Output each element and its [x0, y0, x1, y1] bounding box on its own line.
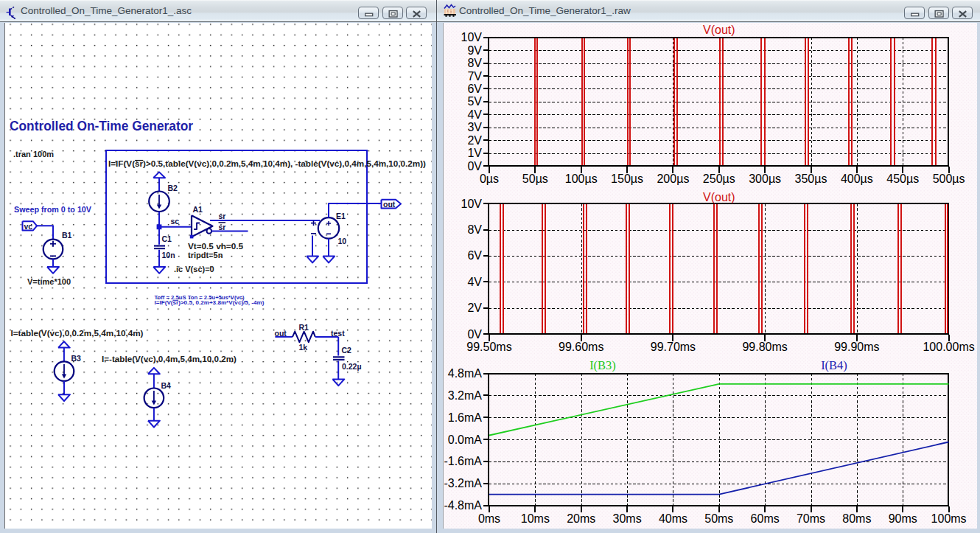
svg-text:C1: C1 — [162, 234, 172, 243]
svg-text:7V: 7V — [467, 70, 482, 83]
svg-text:1.6mA: 1.6mA — [448, 411, 483, 424]
svg-text:250µs: 250µs — [703, 173, 735, 185]
svg-text:500µs: 500µs — [933, 173, 965, 185]
svg-text:.tran 100m: .tran 100m — [13, 150, 54, 158]
svg-text:6V: 6V — [467, 249, 482, 262]
svg-text:5V: 5V — [467, 95, 482, 108]
svg-text:8V: 8V — [467, 57, 482, 69]
svg-text:1k: 1k — [299, 343, 308, 352]
svg-text:sr: sr — [219, 223, 226, 231]
svg-text:20ms: 20ms — [567, 512, 595, 525]
svg-text:sr: sr — [219, 212, 226, 220]
svg-text:3.2mA: 3.2mA — [448, 389, 483, 402]
svg-text:V(out): V(out) — [703, 191, 735, 203]
svg-text:-1.6mA: -1.6mA — [444, 455, 482, 467]
svg-text:out: out — [275, 329, 287, 338]
svg-text:A1: A1 — [193, 205, 203, 214]
svg-text:I(B4): I(B4) — [821, 358, 847, 372]
svg-text:50ms: 50ms — [704, 512, 733, 525]
svg-text:I(B3): I(B3) — [589, 358, 616, 372]
svg-text:450µs: 450µs — [886, 173, 919, 185]
svg-text:100.00ms: 100.00ms — [923, 341, 974, 353]
svg-text:B3: B3 — [71, 354, 82, 363]
svg-text:400µs: 400µs — [841, 173, 873, 185]
svg-text:sc: sc — [171, 217, 180, 226]
svg-text:vc: vc — [24, 222, 33, 231]
svg-text:I=-table(V(vc),0,4m,5,4m,10,0.: I=-table(V(vc),0,4m,5,4m,10,0.2m) — [102, 355, 237, 363]
svg-text:out: out — [383, 200, 396, 209]
svg-text:100µs: 100µs — [565, 173, 598, 185]
svg-text:4.8mA: 4.8mA — [448, 367, 483, 380]
svg-text:-3.2mA: -3.2mA — [444, 477, 482, 490]
svg-text:80ms: 80ms — [842, 512, 871, 525]
svg-text:99.90ms: 99.90ms — [834, 341, 879, 353]
svg-text:I=IF(V(sr)>0.5,table(V(vc),0,0: I=IF(V(sr)>0.5,table(V(vc),0,0.2m,5,4m,1… — [108, 159, 426, 168]
svg-text:60ms: 60ms — [751, 512, 780, 525]
svg-text:4V: 4V — [467, 276, 482, 288]
svg-text:40ms: 40ms — [659, 512, 687, 525]
svg-text:I=IF(V(sr)>0.5, 0.2m+3.8m*V(vc: I=IF(V(sr)>0.5, 0.2m+3.8m*V(vc)/5, -4m) — [155, 299, 265, 306]
svg-text:Vt=0.5 vh=0.5: Vt=0.5 vh=0.5 — [188, 242, 243, 251]
svg-text:0.0mA: 0.0mA — [448, 433, 483, 446]
svg-text:300µs: 300µs — [749, 173, 781, 185]
svg-text:R1: R1 — [299, 323, 309, 332]
svg-text:V(out): V(out) — [703, 24, 735, 36]
svg-text:150µs: 150µs — [611, 173, 643, 185]
svg-text:8V: 8V — [467, 223, 482, 236]
svg-text:2V: 2V — [467, 302, 482, 314]
svg-text:9V: 9V — [467, 44, 482, 57]
svg-text:0.22µ: 0.22µ — [342, 362, 362, 371]
svg-text:10n: 10n — [162, 251, 175, 259]
svg-text:I=table(V(vc),0,0.2m,5,4m,10,4: I=table(V(vc),0,0.2m,5,4m,10,4m) — [11, 329, 144, 338]
svg-text:90ms: 90ms — [889, 512, 917, 525]
svg-text:10V: 10V — [461, 31, 483, 43]
svg-text:99.80ms: 99.80ms — [742, 341, 787, 353]
svg-text:Controlled On-Time Generator: Controlled On-Time Generator — [10, 118, 193, 133]
svg-text:10V: 10V — [461, 198, 483, 210]
svg-text:B1: B1 — [62, 231, 72, 240]
svg-text:test: test — [331, 329, 345, 338]
svg-text:C2: C2 — [342, 346, 352, 355]
svg-text:3V: 3V — [467, 121, 482, 133]
svg-text:2V: 2V — [467, 134, 482, 147]
svg-text:70ms: 70ms — [797, 512, 825, 525]
svg-text:30ms: 30ms — [613, 512, 642, 525]
svg-text:4V: 4V — [467, 108, 482, 121]
svg-text:10: 10 — [338, 237, 347, 245]
svg-text:350µs: 350µs — [795, 173, 827, 185]
svg-text:.ic V(sc)=0: .ic V(sc)=0 — [174, 265, 214, 274]
svg-text:99.60ms: 99.60ms — [559, 341, 603, 353]
svg-text:E1: E1 — [336, 212, 346, 220]
svg-text:0V: 0V — [467, 160, 482, 173]
svg-text:1V: 1V — [467, 147, 482, 159]
svg-text:Sweep from 0 to 10V: Sweep from 0 to 10V — [14, 205, 92, 214]
svg-text:B2: B2 — [168, 184, 178, 192]
svg-text:100ms: 100ms — [931, 512, 967, 525]
svg-text:B4: B4 — [161, 381, 172, 390]
svg-text:V=time*100: V=time*100 — [27, 277, 71, 286]
svg-text:0µs: 0µs — [480, 173, 499, 185]
svg-text:99.50ms: 99.50ms — [466, 341, 511, 353]
svg-text:6V: 6V — [467, 83, 482, 95]
svg-text:200µs: 200µs — [657, 173, 689, 185]
svg-text:0ms: 0ms — [478, 512, 500, 525]
svg-text:99.70ms: 99.70ms — [651, 341, 696, 353]
svg-text:10ms: 10ms — [521, 512, 550, 525]
svg-text:tripdt=5n: tripdt=5n — [188, 251, 223, 259]
svg-text:-4.8mA: -4.8mA — [444, 499, 482, 512]
svg-text:0V: 0V — [467, 328, 482, 341]
svg-text:50µs: 50µs — [522, 173, 548, 185]
